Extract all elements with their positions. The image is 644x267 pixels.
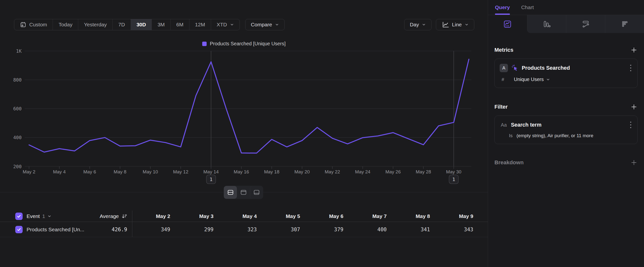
range-7d[interactable]: 7D xyxy=(113,19,131,30)
value-cell: 323 xyxy=(219,227,262,232)
sidebar-content: Metrics A Products Searched # Unique Use… xyxy=(488,46,644,166)
chevron-down-icon xyxy=(422,23,426,27)
date-column-header: May 9 xyxy=(436,213,479,219)
layout-table-only-button[interactable] xyxy=(250,186,263,199)
date-column-header: May 3 xyxy=(176,213,219,219)
layout-split-view-button[interactable] xyxy=(224,186,237,199)
sort-descending-icon xyxy=(121,213,127,219)
range-6m[interactable]: 6M xyxy=(171,19,190,30)
average-label: Average xyxy=(100,213,119,219)
layout-chart-only-button[interactable] xyxy=(237,186,250,199)
kebab-menu-icon[interactable] xyxy=(630,64,632,72)
svg-text:May 28: May 28 xyxy=(416,169,431,174)
compare-button[interactable]: Compare xyxy=(245,19,284,30)
event-count: 1 xyxy=(42,213,45,219)
svg-text:May 18: May 18 xyxy=(264,169,279,174)
value-cell: 341 xyxy=(392,227,436,232)
display-controls: Day Line xyxy=(404,19,474,30)
chevron-down-icon xyxy=(48,214,52,218)
date-range-segmented-control: Custom Today Yesterday 7D 30D 3M 6M 12M … xyxy=(14,19,240,30)
row-check-cell xyxy=(0,226,26,233)
date-column-header: May 8 xyxy=(392,213,436,219)
granularity-dropdown[interactable]: Day xyxy=(404,19,432,30)
breakdown-heading: Breakdown xyxy=(494,159,524,166)
line-chart-icon xyxy=(442,21,449,28)
svg-text:May 24: May 24 xyxy=(355,169,370,174)
tab-retention[interactable] xyxy=(605,15,644,33)
kebab-menu-icon[interactable] xyxy=(630,121,632,129)
value-cell: 343 xyxy=(436,227,479,232)
chart-type-dropdown[interactable]: Line xyxy=(436,19,474,30)
filter-heading: Filter xyxy=(494,104,508,110)
range-12m[interactable]: 12M xyxy=(190,19,211,30)
date-column-header: May 7 xyxy=(349,213,392,219)
value-cell: 379 xyxy=(306,227,349,232)
measure-dropdown[interactable]: Unique Users xyxy=(514,77,550,82)
chevron-down-icon xyxy=(230,23,234,27)
active-tab-indicator xyxy=(495,14,510,15)
series-name: Products Searched [Un... xyxy=(26,227,84,232)
date-column-header: May 6 xyxy=(306,213,349,219)
range-custom[interactable]: Custom xyxy=(14,19,53,30)
value-cell: 307 xyxy=(262,227,306,232)
event-dropdown[interactable]: Event 1 xyxy=(26,213,93,219)
add-breakdown-button[interactable] xyxy=(630,159,638,166)
range-label: Custom xyxy=(29,22,47,28)
svg-text:May 12: May 12 xyxy=(173,169,188,174)
chart-only-icon xyxy=(240,189,247,196)
table-header-row: Event 1 Average May 2 May 3 May 4 May 5 … xyxy=(0,211,488,222)
tab-query[interactable]: Query xyxy=(495,0,510,15)
date-column-header: May 4 xyxy=(219,213,262,219)
range-30d[interactable]: 30D xyxy=(131,19,152,30)
tab-funnels[interactable] xyxy=(527,15,566,33)
svg-text:May 26: May 26 xyxy=(386,169,401,174)
add-metric-button[interactable] xyxy=(630,46,638,54)
measure-type-icon: # xyxy=(502,77,508,82)
table-only-icon xyxy=(253,189,260,196)
layout-toggle xyxy=(224,186,263,199)
average-header-cell[interactable]: Average xyxy=(93,211,132,222)
chevron-down-icon xyxy=(275,23,279,27)
value-cell: 400 xyxy=(349,227,392,232)
split-view-icon xyxy=(227,189,234,196)
svg-text:May 2: May 2 xyxy=(23,169,36,174)
range-yesterday[interactable]: Yesterday xyxy=(78,19,113,30)
value-cell: 349 xyxy=(132,227,176,232)
filter-operator[interactable]: Is xyxy=(509,133,513,138)
svg-text:May 8: May 8 xyxy=(114,169,126,174)
header-check-cell xyxy=(0,212,26,220)
metric-card[interactable]: A Products Searched # Unique Users xyxy=(494,59,638,88)
svg-text:200: 200 xyxy=(13,164,22,169)
tab-insights[interactable] xyxy=(488,15,527,33)
funnels-icon xyxy=(542,20,551,29)
svg-text:1K: 1K xyxy=(16,48,22,54)
row-name-cell[interactable]: Products Searched [Un... xyxy=(26,227,93,232)
check-icon xyxy=(17,214,21,218)
retention-icon xyxy=(620,20,629,29)
select-all-checkbox[interactable] xyxy=(15,212,23,220)
svg-text:May 30: May 30 xyxy=(446,169,461,174)
filter-card[interactable]: Aa Search term Is (empty string), Air pu… xyxy=(494,116,638,144)
tab-chart[interactable]: Chart xyxy=(521,0,534,15)
metric-name: Products Searched xyxy=(522,65,626,71)
chart-type-tabs xyxy=(488,15,644,33)
string-type-badge: Aa xyxy=(500,122,508,128)
svg-text:1: 1 xyxy=(452,176,455,182)
range-xtd[interactable]: XTD xyxy=(211,19,240,30)
add-filter-button[interactable] xyxy=(630,103,638,111)
svg-text:May 6: May 6 xyxy=(84,169,96,174)
date-range-controls: Custom Today Yesterday 7D 30D 3M 6M 12M … xyxy=(14,19,284,30)
flows-icon xyxy=(581,20,590,29)
main-pane: Custom Today Yesterday 7D 30D 3M 6M 12M … xyxy=(0,0,488,267)
row-checkbox[interactable] xyxy=(15,226,23,233)
chevron-down-icon xyxy=(546,78,550,82)
line-chart[interactable]: 2004006008001K11May 2May 4May 6May 8May … xyxy=(0,42,488,193)
svg-text:May 16: May 16 xyxy=(234,169,249,174)
svg-text:May 4: May 4 xyxy=(53,169,66,174)
filter-value[interactable]: (empty string), Air purifier, or 11 more xyxy=(516,133,593,138)
range-3m[interactable]: 3M xyxy=(152,19,170,30)
range-today[interactable]: Today xyxy=(53,19,78,30)
tab-flows[interactable] xyxy=(566,15,605,33)
event-click-icon xyxy=(511,64,519,72)
breakdown-table: Event 1 Average May 2 May 3 May 4 May 5 … xyxy=(0,211,488,237)
